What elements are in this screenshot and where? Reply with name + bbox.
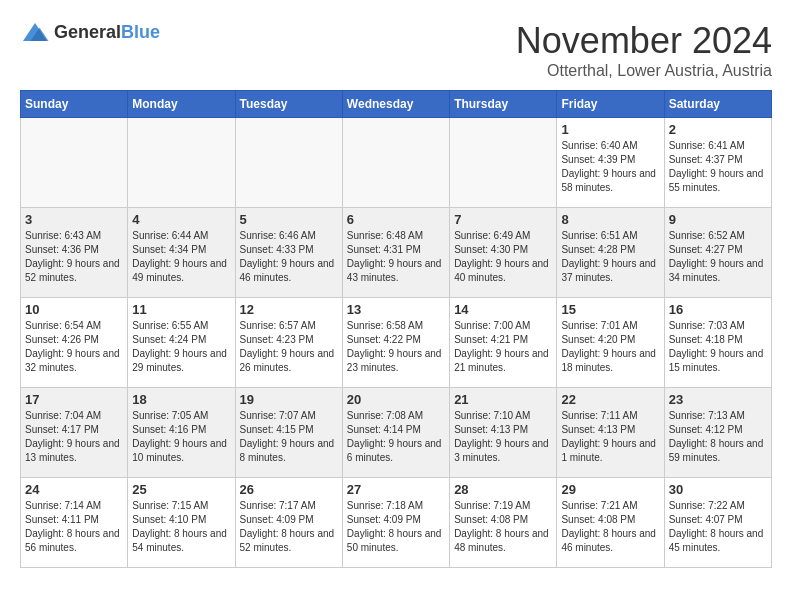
calendar-day: 18Sunrise: 7:05 AMSunset: 4:16 PMDayligh… xyxy=(128,388,235,478)
calendar-day: 30Sunrise: 7:22 AMSunset: 4:07 PMDayligh… xyxy=(664,478,771,568)
calendar-day: 25Sunrise: 7:15 AMSunset: 4:10 PMDayligh… xyxy=(128,478,235,568)
month-title: November 2024 xyxy=(516,20,772,62)
calendar-week-row: 1Sunrise: 6:40 AMSunset: 4:39 PMDaylight… xyxy=(21,118,772,208)
day-info: Sunrise: 7:00 AMSunset: 4:21 PMDaylight:… xyxy=(454,319,552,375)
calendar-day: 29Sunrise: 7:21 AMSunset: 4:08 PMDayligh… xyxy=(557,478,664,568)
calendar-day: 4Sunrise: 6:44 AMSunset: 4:34 PMDaylight… xyxy=(128,208,235,298)
day-number: 19 xyxy=(240,392,338,407)
weekday-header: Monday xyxy=(128,91,235,118)
calendar-day: 5Sunrise: 6:46 AMSunset: 4:33 PMDaylight… xyxy=(235,208,342,298)
day-info: Sunrise: 7:03 AMSunset: 4:18 PMDaylight:… xyxy=(669,319,767,375)
calendar-day: 20Sunrise: 7:08 AMSunset: 4:14 PMDayligh… xyxy=(342,388,449,478)
calendar-day: 15Sunrise: 7:01 AMSunset: 4:20 PMDayligh… xyxy=(557,298,664,388)
calendar-day: 8Sunrise: 6:51 AMSunset: 4:28 PMDaylight… xyxy=(557,208,664,298)
day-number: 5 xyxy=(240,212,338,227)
calendar-day: 12Sunrise: 6:57 AMSunset: 4:23 PMDayligh… xyxy=(235,298,342,388)
calendar-day: 1Sunrise: 6:40 AMSunset: 4:39 PMDaylight… xyxy=(557,118,664,208)
day-info: Sunrise: 6:43 AMSunset: 4:36 PMDaylight:… xyxy=(25,229,123,285)
day-info: Sunrise: 6:57 AMSunset: 4:23 PMDaylight:… xyxy=(240,319,338,375)
day-number: 17 xyxy=(25,392,123,407)
day-info: Sunrise: 7:22 AMSunset: 4:07 PMDaylight:… xyxy=(669,499,767,555)
page-header: GeneralBlue November 2024 Otterthal, Low… xyxy=(20,20,772,80)
calendar-day: 24Sunrise: 7:14 AMSunset: 4:11 PMDayligh… xyxy=(21,478,128,568)
day-info: Sunrise: 6:48 AMSunset: 4:31 PMDaylight:… xyxy=(347,229,445,285)
calendar-day: 11Sunrise: 6:55 AMSunset: 4:24 PMDayligh… xyxy=(128,298,235,388)
day-number: 13 xyxy=(347,302,445,317)
calendar-day: 14Sunrise: 7:00 AMSunset: 4:21 PMDayligh… xyxy=(450,298,557,388)
calendar-day: 22Sunrise: 7:11 AMSunset: 4:13 PMDayligh… xyxy=(557,388,664,478)
calendar-day: 3Sunrise: 6:43 AMSunset: 4:36 PMDaylight… xyxy=(21,208,128,298)
calendar-day: 28Sunrise: 7:19 AMSunset: 4:08 PMDayligh… xyxy=(450,478,557,568)
day-number: 9 xyxy=(669,212,767,227)
day-info: Sunrise: 7:14 AMSunset: 4:11 PMDaylight:… xyxy=(25,499,123,555)
day-info: Sunrise: 7:15 AMSunset: 4:10 PMDaylight:… xyxy=(132,499,230,555)
day-info: Sunrise: 7:07 AMSunset: 4:15 PMDaylight:… xyxy=(240,409,338,465)
day-info: Sunrise: 6:54 AMSunset: 4:26 PMDaylight:… xyxy=(25,319,123,375)
day-number: 21 xyxy=(454,392,552,407)
day-info: Sunrise: 7:10 AMSunset: 4:13 PMDaylight:… xyxy=(454,409,552,465)
day-number: 18 xyxy=(132,392,230,407)
weekday-header: Friday xyxy=(557,91,664,118)
day-info: Sunrise: 7:13 AMSunset: 4:12 PMDaylight:… xyxy=(669,409,767,465)
day-info: Sunrise: 7:21 AMSunset: 4:08 PMDaylight:… xyxy=(561,499,659,555)
weekday-header: Thursday xyxy=(450,91,557,118)
day-info: Sunrise: 7:18 AMSunset: 4:09 PMDaylight:… xyxy=(347,499,445,555)
day-number: 22 xyxy=(561,392,659,407)
day-info: Sunrise: 7:19 AMSunset: 4:08 PMDaylight:… xyxy=(454,499,552,555)
day-info: Sunrise: 6:44 AMSunset: 4:34 PMDaylight:… xyxy=(132,229,230,285)
calendar-day: 21Sunrise: 7:10 AMSunset: 4:13 PMDayligh… xyxy=(450,388,557,478)
day-info: Sunrise: 6:40 AMSunset: 4:39 PMDaylight:… xyxy=(561,139,659,195)
day-number: 2 xyxy=(669,122,767,137)
calendar-day: 19Sunrise: 7:07 AMSunset: 4:15 PMDayligh… xyxy=(235,388,342,478)
calendar-table: SundayMondayTuesdayWednesdayThursdayFrid… xyxy=(20,90,772,568)
weekday-header: Sunday xyxy=(21,91,128,118)
weekday-header: Wednesday xyxy=(342,91,449,118)
day-info: Sunrise: 6:52 AMSunset: 4:27 PMDaylight:… xyxy=(669,229,767,285)
day-number: 30 xyxy=(669,482,767,497)
day-number: 20 xyxy=(347,392,445,407)
calendar-day xyxy=(450,118,557,208)
day-info: Sunrise: 7:11 AMSunset: 4:13 PMDaylight:… xyxy=(561,409,659,465)
day-number: 14 xyxy=(454,302,552,317)
calendar-week-row: 3Sunrise: 6:43 AMSunset: 4:36 PMDaylight… xyxy=(21,208,772,298)
calendar-day: 7Sunrise: 6:49 AMSunset: 4:30 PMDaylight… xyxy=(450,208,557,298)
day-number: 16 xyxy=(669,302,767,317)
calendar-week-row: 10Sunrise: 6:54 AMSunset: 4:26 PMDayligh… xyxy=(21,298,772,388)
logo-text-general: General xyxy=(54,22,121,42)
day-info: Sunrise: 7:04 AMSunset: 4:17 PMDaylight:… xyxy=(25,409,123,465)
weekday-header-row: SundayMondayTuesdayWednesdayThursdayFrid… xyxy=(21,91,772,118)
day-info: Sunrise: 7:17 AMSunset: 4:09 PMDaylight:… xyxy=(240,499,338,555)
calendar-day xyxy=(21,118,128,208)
day-info: Sunrise: 6:55 AMSunset: 4:24 PMDaylight:… xyxy=(132,319,230,375)
day-info: Sunrise: 7:08 AMSunset: 4:14 PMDaylight:… xyxy=(347,409,445,465)
weekday-header: Saturday xyxy=(664,91,771,118)
calendar-day: 26Sunrise: 7:17 AMSunset: 4:09 PMDayligh… xyxy=(235,478,342,568)
day-number: 1 xyxy=(561,122,659,137)
day-info: Sunrise: 6:46 AMSunset: 4:33 PMDaylight:… xyxy=(240,229,338,285)
calendar-day: 6Sunrise: 6:48 AMSunset: 4:31 PMDaylight… xyxy=(342,208,449,298)
day-number: 27 xyxy=(347,482,445,497)
day-info: Sunrise: 6:51 AMSunset: 4:28 PMDaylight:… xyxy=(561,229,659,285)
day-number: 29 xyxy=(561,482,659,497)
day-number: 11 xyxy=(132,302,230,317)
day-info: Sunrise: 6:58 AMSunset: 4:22 PMDaylight:… xyxy=(347,319,445,375)
day-info: Sunrise: 7:05 AMSunset: 4:16 PMDaylight:… xyxy=(132,409,230,465)
calendar-day: 16Sunrise: 7:03 AMSunset: 4:18 PMDayligh… xyxy=(664,298,771,388)
calendar-week-row: 17Sunrise: 7:04 AMSunset: 4:17 PMDayligh… xyxy=(21,388,772,478)
weekday-header: Tuesday xyxy=(235,91,342,118)
day-number: 15 xyxy=(561,302,659,317)
calendar-day: 23Sunrise: 7:13 AMSunset: 4:12 PMDayligh… xyxy=(664,388,771,478)
calendar-day: 2Sunrise: 6:41 AMSunset: 4:37 PMDaylight… xyxy=(664,118,771,208)
calendar-day: 27Sunrise: 7:18 AMSunset: 4:09 PMDayligh… xyxy=(342,478,449,568)
calendar-day xyxy=(128,118,235,208)
location-subtitle: Otterthal, Lower Austria, Austria xyxy=(516,62,772,80)
day-number: 10 xyxy=(25,302,123,317)
day-number: 23 xyxy=(669,392,767,407)
logo-text-blue: Blue xyxy=(121,22,160,42)
day-number: 4 xyxy=(132,212,230,227)
calendar-day: 13Sunrise: 6:58 AMSunset: 4:22 PMDayligh… xyxy=(342,298,449,388)
day-info: Sunrise: 7:01 AMSunset: 4:20 PMDaylight:… xyxy=(561,319,659,375)
title-area: November 2024 Otterthal, Lower Austria, … xyxy=(516,20,772,80)
day-number: 26 xyxy=(240,482,338,497)
calendar-day: 17Sunrise: 7:04 AMSunset: 4:17 PMDayligh… xyxy=(21,388,128,478)
